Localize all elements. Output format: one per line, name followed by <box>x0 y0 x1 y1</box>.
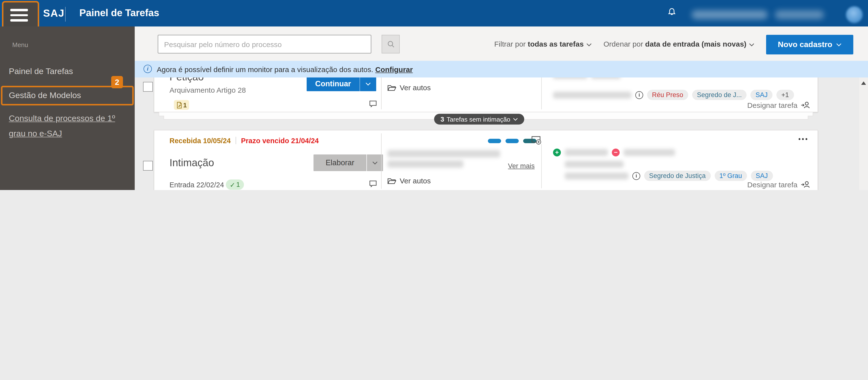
saj-logo: SAJ <box>43 7 65 19</box>
redacted-text <box>388 160 463 168</box>
sidebar-item-painel-de-tarefas[interactable]: Painel de Tarefas <box>9 67 73 77</box>
status-dash-blue <box>505 139 519 143</box>
status-dash-blue <box>488 139 501 143</box>
designar-tarefa-link[interactable]: Designar tarefa <box>747 101 810 109</box>
tag-segredo-de-justica: Segredo de Justiça <box>644 171 711 181</box>
order-prefix: Ordenar por <box>603 40 643 48</box>
group-pill-tarefas-sem-intimacao[interactable]: 3Tarefas sem intimação <box>434 114 524 124</box>
info-circle-icon[interactable]: i <box>635 91 643 99</box>
order-dropdown[interactable]: Ordenar por data de entrada (mais novas) <box>603 40 754 48</box>
assign-person-icon <box>801 180 810 189</box>
task-checkbox[interactable] <box>143 82 153 92</box>
button-dropdown[interactable] <box>360 78 376 91</box>
check-icon: ✓ <box>230 181 236 188</box>
redacted-text <box>553 78 587 79</box>
task-title: Petição <box>169 78 204 83</box>
comment-icon[interactable] <box>369 100 377 107</box>
minus-party-icon: − <box>612 149 620 156</box>
search-icon <box>387 40 395 48</box>
order-value: data de entrada (mais novas) <box>645 40 746 48</box>
app-window: SAJ Painel de Tarefas 1 Menu Painel de T… <box>0 0 868 190</box>
elaborar-button[interactable]: Elaborar <box>313 154 383 171</box>
task-card-peticao: Petição Arquivamento Artigo 28 Continuar… <box>154 78 818 112</box>
parties-row <box>553 78 621 79</box>
menu-label: Menu <box>12 41 28 49</box>
filter-dropdown[interactable]: Filtrar por todas as tarefas <box>494 40 591 48</box>
search-button[interactable] <box>381 35 400 54</box>
search-input[interactable] <box>158 35 371 54</box>
comment-icon[interactable] <box>369 180 377 187</box>
plus-party-icon: + <box>553 149 561 156</box>
chevron-down-icon <box>836 43 841 46</box>
received-date: Recebida 10/05/24 <box>169 137 231 145</box>
filter-prefix: Filtrar por <box>494 40 526 48</box>
info-banner: i Agora é possível definir um monitor pa… <box>135 61 868 78</box>
configure-link[interactable]: Configurar <box>375 65 413 74</box>
tag-saj: SAJ <box>751 90 773 100</box>
tag-1-grau: 1º Grau <box>714 171 747 181</box>
task-list: Petição Arquivamento Artigo 28 Continuar… <box>135 78 859 190</box>
parties-row: +− <box>553 149 675 156</box>
redacted-text <box>624 149 675 156</box>
user-name-redacted <box>692 10 768 19</box>
chevron-down-icon <box>749 40 754 48</box>
info-icon: i <box>144 65 152 73</box>
ver-autos-link[interactable]: Ver autos <box>388 177 431 185</box>
sidebar-item-consulta-processos[interactable]: Consulta de processos de 1º grau no e-SA… <box>9 111 129 141</box>
tag-saj: SAJ <box>751 171 773 181</box>
info-circle-icon[interactable]: i <box>632 172 640 180</box>
date-row: Recebida 10/05/24Prazo vencido 21/04/24 <box>169 137 319 145</box>
continue-label: Continuar <box>307 78 360 91</box>
chevron-down-icon <box>513 117 518 121</box>
document-edit-icon <box>176 101 182 109</box>
button-dropdown[interactable] <box>366 154 383 171</box>
task-checkbox[interactable] <box>143 161 153 171</box>
document-count-badge: 1 <box>174 100 189 110</box>
designar-tarefa-link[interactable]: Designar tarefa <box>747 180 810 189</box>
monitor-add-icon[interactable] <box>531 136 541 145</box>
notifications-bell-icon[interactable] <box>667 7 677 17</box>
ver-autos-link[interactable]: Ver autos <box>388 83 431 92</box>
redacted-text <box>565 161 624 168</box>
redacted-text <box>591 78 621 79</box>
new-registration-button[interactable]: Novo cadastro <box>766 35 853 54</box>
card-divider <box>381 78 381 109</box>
scrollbar-up-arrow[interactable] <box>861 81 866 85</box>
done-count-badge: ✓1 <box>226 179 244 190</box>
process-tags-row: i Segredo de Justiça 1º Grau SAJ <box>565 171 773 181</box>
page-title: Painel de Tarefas <box>80 7 159 19</box>
redacted-text <box>565 149 608 156</box>
process-tags-row: i Réu Preso Segredo de J... SAJ +1 <box>553 90 794 100</box>
filter-value: todas as tarefas <box>528 40 584 48</box>
sidebar-item-gestao-de-modelos[interactable]: Gestão de Modelos <box>9 91 81 100</box>
folder-icon <box>388 84 396 91</box>
card-divider <box>381 134 381 189</box>
header-divider <box>65 7 66 22</box>
tag-more[interactable]: +1 <box>776 90 794 100</box>
search-field-wrap <box>158 35 371 54</box>
chevron-down-icon <box>586 40 591 48</box>
card-divider <box>541 144 542 188</box>
continue-button[interactable]: Continuar <box>307 78 376 91</box>
new-registration-label: Novo cadastro <box>778 40 832 49</box>
ver-mais-link[interactable]: Ver mais <box>508 162 535 170</box>
deadline-overdue: Prazo vencido 21/04/24 <box>241 137 319 145</box>
vertical-scrollbar[interactable] <box>859 78 868 190</box>
avatar[interactable] <box>846 6 863 23</box>
top-header-bar: SAJ Painel de Tarefas <box>0 0 868 27</box>
redacted-text <box>553 91 631 98</box>
elaborar-label: Elaborar <box>313 154 366 171</box>
folder-icon <box>388 177 396 184</box>
assign-person-icon <box>801 101 810 109</box>
sidebar: Menu Painel de Tarefas Gestão de Modelos… <box>0 27 135 190</box>
annotation-badge-2: 2 <box>111 76 123 88</box>
task-card-intimacao: Recebida 10/05/24Prazo vencido 21/04/24 … <box>154 130 818 190</box>
banner-text: Agora é possível definir um monitor para… <box>157 65 413 74</box>
entrada-date: Entrada 22/02/24 <box>169 181 229 189</box>
date-separator <box>236 137 236 144</box>
tag-segredo: Segredo de J... <box>692 90 747 100</box>
redacted-text <box>565 172 628 179</box>
ellipsis-menu-icon[interactable]: ••• <box>799 135 809 143</box>
redacted-text <box>388 150 500 157</box>
task-title: Intimação <box>169 157 214 169</box>
